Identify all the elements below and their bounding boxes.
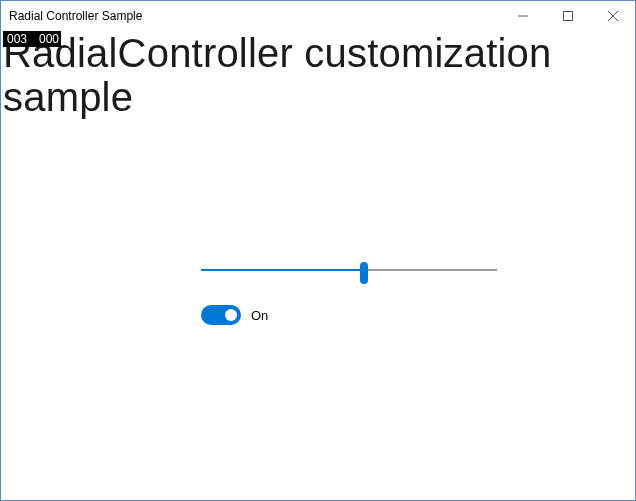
slider-fill [201,269,364,271]
close-button[interactable] [590,1,635,31]
toggle-switch[interactable] [201,305,241,325]
window-controls [500,1,635,31]
slider-thumb[interactable] [360,262,368,284]
minimize-button[interactable] [500,1,545,31]
counter-a: 003 [5,32,27,46]
minimize-icon [518,11,528,21]
debug-counters: 003 000 [3,31,61,47]
counter-b: 000 [37,32,59,46]
toggle-row: On [201,305,501,325]
close-icon [608,11,618,21]
maximize-icon [563,11,573,21]
window-titlebar: Radial Controller Sample [1,1,635,31]
maximize-button[interactable] [545,1,590,31]
page-title: RadialController customization sample [1,31,635,119]
window-title: Radial Controller Sample [9,9,500,23]
toggle-knob [225,309,237,321]
toggle-label: On [251,308,268,323]
svg-rect-1 [563,12,572,21]
slider[interactable] [201,259,497,283]
content-area: On [201,259,501,325]
